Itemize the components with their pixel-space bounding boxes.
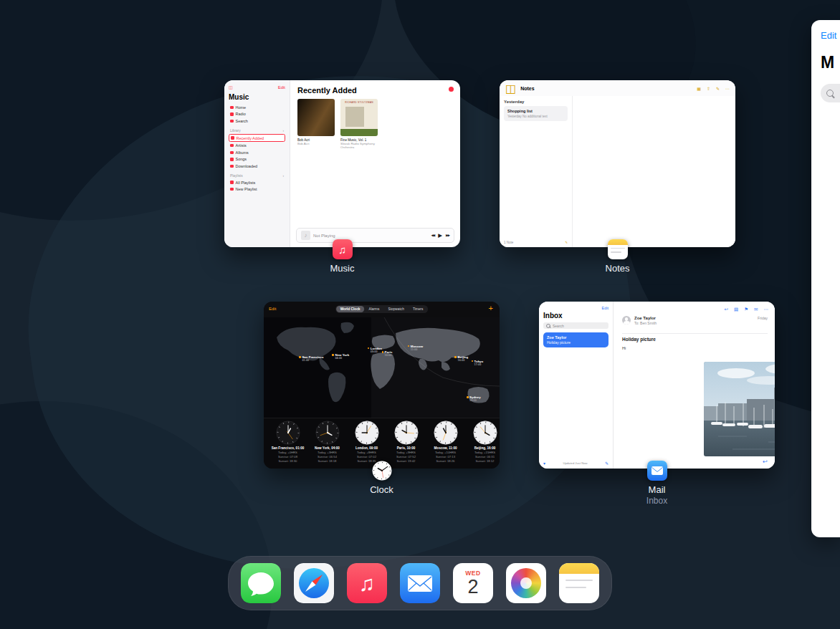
notes-icon-line — [565, 580, 593, 581]
note-editor-blank[interactable] — [573, 96, 735, 247]
sidebar-item-all-playlists[interactable]: All Playlists — [229, 179, 285, 186]
dock-photos-icon[interactable] — [506, 563, 546, 603]
fast-forward-button[interactable]: ▶▶ — [446, 234, 449, 237]
app-card-notes[interactable]: ◫ Notes ▦ ⇧ ✎ ⋯ Yesterday Shopping list … — [500, 80, 735, 247]
playlists-section-header[interactable]: Playlists› — [229, 173, 285, 179]
tab-stopwatch[interactable]: Stopwatch — [383, 306, 408, 312]
message-sender: Zoe Taylor — [634, 316, 657, 320]
share-icon[interactable]: ⇧ — [707, 86, 710, 91]
peek-large-title: M — [821, 53, 840, 72]
tab-timers[interactable]: Timers — [409, 306, 427, 312]
switcher-entry-notes[interactable]: Notes — [500, 239, 735, 274]
sidebar-item-search[interactable]: Search — [229, 117, 285, 125]
notes-icon-band — [608, 239, 628, 245]
grid-view-icon[interactable]: ▦ — [697, 86, 701, 91]
mail-search-field[interactable]: Search — [543, 322, 608, 329]
sidebar-toggle-icon[interactable]: ◫ — [229, 85, 233, 90]
mail-list-pane: Edit Inbox Search Zoe Taylor Holiday pic… — [539, 302, 614, 469]
rewind-button[interactable]: ◀◀ — [431, 234, 434, 237]
clock-offset: Today, +0HRS — [278, 451, 297, 454]
search-placeholder: Search — [553, 324, 564, 328]
note-list-item[interactable]: Shopping list Yesterday No additional te… — [504, 106, 568, 121]
album-item[interactable]: RICHARD STOLTZMAN Fine Music, Vol. 1 Slo… — [340, 99, 378, 149]
play-button[interactable]: ▶ — [438, 232, 442, 239]
sidebar-toggle-icon[interactable]: ◫ — [505, 82, 516, 95]
mail-app-icon[interactable] — [647, 461, 667, 481]
partial-app-card[interactable]: Edit M — [811, 20, 840, 537]
map-pin[interactable]: New York04:00 — [332, 353, 349, 360]
mail-edit-button[interactable]: Edit — [602, 306, 608, 310]
safari-compass-icon — [294, 563, 334, 603]
tab-alarms[interactable]: Alarms — [365, 306, 384, 312]
music-app-icon[interactable]: ♫ — [333, 239, 353, 259]
notes-app-icon[interactable] — [608, 239, 628, 259]
reply-icon[interactable]: ↩ — [725, 307, 728, 312]
map-pin[interactable]: London09:00 — [368, 347, 382, 353]
home-icon — [230, 106, 234, 110]
map-pin[interactable]: Paris10:00 — [382, 350, 393, 357]
notes-toolbar: ◫ Notes ▦ ⇧ ✎ ⋯ — [500, 80, 735, 97]
analog-clock — [355, 421, 379, 445]
notes-title: Notes — [520, 86, 534, 91]
radio-icon — [230, 112, 234, 116]
dock-notes-icon[interactable] — [559, 563, 599, 603]
analog-clock — [473, 421, 497, 445]
sidebar-item-recently-added[interactable]: Recently Added — [229, 134, 285, 143]
dock-messages-icon[interactable] — [241, 563, 281, 603]
pin-dot-icon — [332, 354, 334, 356]
sidebar-item-radio[interactable]: Radio — [229, 111, 285, 118]
map-pin[interactable]: Beijing16:00 — [454, 355, 468, 362]
music-note-icon: ♫ — [347, 563, 387, 603]
clock-sunrise: Sunrise: 06:54 — [318, 455, 337, 458]
app-card-clock[interactable]: Edit World Clock Alarms Stopwatch Timers… — [264, 302, 500, 469]
switcher-entry-music[interactable]: ♫ Music — [224, 239, 460, 274]
avatar — [622, 316, 631, 325]
sidebar-item-home[interactable]: Home — [229, 104, 285, 111]
sidebar-item-songs[interactable]: Songs — [229, 156, 285, 163]
add-playlist-icon — [230, 188, 234, 191]
dock-safari-icon[interactable] — [294, 563, 334, 603]
dock-calendar-icon[interactable]: WED 2 — [453, 563, 493, 603]
library-section-header[interactable]: Library› — [229, 128, 285, 134]
app-card-mail[interactable]: Edit Inbox Search Zoe Taylor Holiday pic… — [539, 302, 775, 469]
tab-world-clock[interactable]: World Clock — [336, 306, 365, 312]
flag-icon[interactable]: ⚑ — [744, 307, 748, 312]
attachment-photo[interactable] — [704, 362, 775, 456]
compose-icon[interactable]: ✎ — [716, 86, 720, 91]
clock-edit-button[interactable]: Edit — [269, 307, 276, 311]
sidebar-item-label: New Playlist — [236, 187, 257, 191]
pin-dot-icon — [454, 356, 457, 358]
map-pin[interactable]: Sydney19:00 — [467, 395, 481, 402]
peek-edit-button[interactable]: Edit — [821, 30, 840, 41]
analog-clock — [315, 421, 340, 445]
unread-icon[interactable]: ✉ — [754, 307, 758, 312]
sidebar-item-new-playlist[interactable]: New Playlist — [229, 186, 285, 193]
search-icon — [826, 90, 834, 97]
app-card-music[interactable]: ◫ Edit Music Home Radio Search Library› … — [224, 80, 460, 247]
music-edit-button[interactable]: Edit — [278, 85, 285, 90]
email-list-item-selected[interactable]: Zoe Taylor Holiday picture — [543, 332, 608, 347]
add-clock-button[interactable]: + — [489, 304, 493, 312]
account-icon[interactable] — [449, 87, 454, 92]
folder-icon[interactable]: ▤ — [734, 307, 738, 312]
album-item[interactable]: Bob Acri Bob Acri — [297, 99, 335, 149]
more-icon[interactable]: ⋯ — [725, 86, 730, 91]
sidebar-item-albums[interactable]: Albums — [229, 149, 285, 156]
peek-search-field[interactable] — [821, 84, 840, 102]
mailbox-title: Inbox — [543, 312, 608, 320]
map-pin[interactable]: Moscow11:00 — [408, 345, 423, 351]
chevron-icon: › — [282, 174, 284, 178]
more-icon[interactable]: ⋯ — [764, 307, 769, 312]
switcher-entry-clock[interactable]: Clock — [264, 461, 500, 495]
sidebar-item-artists[interactable]: Artists — [229, 142, 285, 149]
map-pin[interactable]: San Francisco01:00 — [299, 355, 323, 362]
dock-mail-icon[interactable] — [400, 563, 440, 603]
pin-time: 10:00 — [385, 354, 393, 357]
calendar-day: 2 — [467, 577, 478, 597]
map-pin[interactable]: Tokyo17:00 — [472, 360, 484, 366]
dock-music-icon[interactable]: ♫ — [347, 563, 387, 603]
sidebar-item-downloaded[interactable]: Downloaded — [229, 163, 285, 170]
clock-city-time: Beijing, 16:00 — [474, 446, 496, 450]
clock-app-icon[interactable] — [372, 461, 392, 481]
switcher-entry-mail[interactable]: Mail Inbox — [539, 461, 775, 506]
